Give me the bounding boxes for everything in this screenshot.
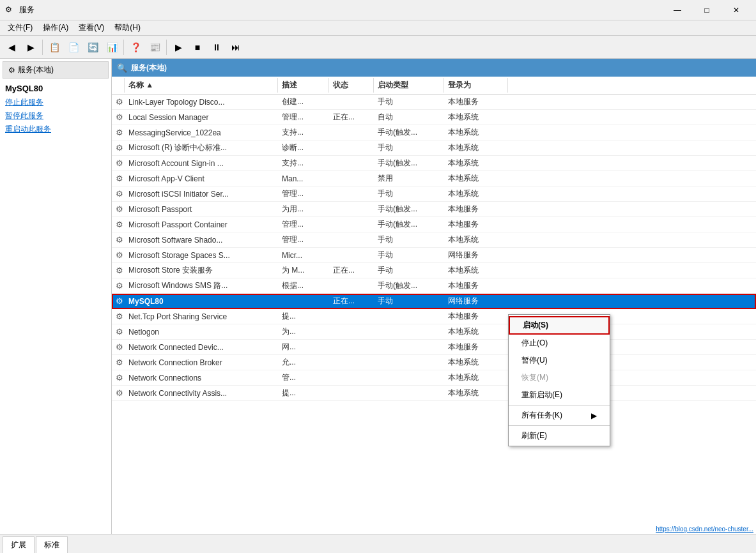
table-row[interactable]: ⚙ Microsoft Windows SMS 路... 根据... 手动(触发…: [112, 278, 756, 294]
pause-button[interactable]: ⏸: [208, 38, 226, 56]
maximize-button[interactable]: □: [692, 0, 721, 20]
table-row[interactable]: ⚙ Microsoft Account Sign-in ... 支持... 手动…: [112, 156, 756, 171]
row-name: Microsoft Windows SMS 路...: [125, 278, 278, 293]
left-panel-header: ⚙ 服务(本地): [3, 61, 109, 79]
row-icon: ⚙: [112, 232, 125, 247]
restart-service-link[interactable]: 重启动此服务: [5, 124, 106, 135]
forward-button[interactable]: ▶: [22, 38, 40, 56]
minimize-button[interactable]: —: [663, 0, 692, 20]
row-name: Network Connections: [125, 370, 278, 385]
context-stop[interactable]: 停止(O): [509, 335, 610, 352]
tab-standard[interactable]: 标准: [36, 536, 68, 553]
col-name[interactable]: 名称 ▲: [125, 78, 278, 93]
table-row[interactable]: ⚙ Microsoft (R) 诊断中心标准... 诊断... 手动 本地系统: [112, 140, 756, 156]
back-button[interactable]: ◀: [3, 38, 20, 56]
row-startup: [374, 386, 444, 400]
row-status: [329, 202, 374, 216]
row-icon: ⚙: [112, 186, 125, 201]
col-startup[interactable]: 启动类型: [374, 78, 444, 93]
stop-button[interactable]: ■: [189, 38, 206, 56]
menu-bar: 文件(F) 操作(A) 查看(V) 帮助(H): [0, 20, 756, 36]
table-row[interactable]: ⚙ Netlogon 为... 本地系统: [112, 324, 756, 340]
service-gear-icon: ⚙: [116, 204, 123, 214]
row-status: [329, 309, 374, 324]
service-gear-icon: ⚙: [116, 266, 123, 275]
details-button[interactable]: 📰: [146, 38, 164, 56]
row-startup: [374, 370, 444, 385]
context-resume[interactable]: 恢复(M): [509, 369, 610, 386]
row-name: Microsoft Passport Container: [125, 217, 278, 232]
table-row[interactable]: ⚙ Microsoft Passport Container 管理... 手动(…: [112, 217, 756, 232]
list-button[interactable]: 📄: [65, 38, 82, 56]
table-row[interactable]: ⚙ Microsoft Store 安装服务 为 M... 正在... 手动 本…: [112, 263, 756, 278]
table-row[interactable]: ⚙ Microsoft App-V Client Man... 禁用 本地系统: [112, 171, 756, 186]
pause-service-link[interactable]: 暂停此服务: [5, 110, 106, 121]
gear-icon-small: ⚙: [8, 66, 15, 75]
view-button[interactable]: 📋: [45, 38, 63, 56]
row-desc: 提...: [278, 309, 329, 324]
menu-view[interactable]: 查看(V): [73, 21, 109, 34]
table-row[interactable]: ⚙ MessagingService_1022ea 支持... 手动(触发...…: [112, 125, 756, 140]
table-row[interactable]: ⚙ Network Connections 管... 本地系统: [112, 370, 756, 386]
col-icon: [112, 78, 125, 93]
stop-service-link[interactable]: 停止此服务: [5, 97, 106, 108]
row-status: [329, 186, 374, 201]
context-pause[interactable]: 暂停(U): [509, 352, 610, 369]
table-row[interactable]: ⚙ Microsoft iSCSI Initiator Ser... 管理...…: [112, 186, 756, 202]
row-status: [329, 156, 374, 170]
table-row[interactable]: ⚙ Net.Tcp Port Sharing Service 提... 本地服务: [112, 309, 756, 324]
row-logon: 本地服务: [444, 278, 508, 293]
row-status: [329, 125, 374, 140]
export-button[interactable]: 📊: [103, 38, 121, 56]
row-desc: 为用...: [278, 202, 329, 216]
service-gear-icon: ⚙: [116, 143, 123, 153]
context-menu: 启动(S) 停止(O) 暂停(U) 恢复(M) 重新启动(E) 所有任务(K) …: [508, 314, 610, 446]
row-logon: 本地服务: [444, 309, 508, 324]
table-row[interactable]: ⚙ Microsoft Storage Spaces S... Micr... …: [112, 248, 756, 263]
col-status[interactable]: 状态: [329, 78, 374, 93]
table-row[interactable]: ⚙ Microsoft Software Shado... 管理... 手动 本…: [112, 232, 756, 248]
col-desc[interactable]: 描述: [278, 78, 329, 93]
tab-expand[interactable]: 扩展: [3, 536, 35, 553]
context-refresh[interactable]: 刷新(E): [509, 427, 610, 444]
right-panel: 🔍 服务(本地) 名称 ▲ 描述 状态 启动类型 登录为 ⚙ Link-Laye…: [112, 59, 756, 534]
menu-file[interactable]: 文件(F): [3, 21, 38, 34]
service-gear-icon: ⚙: [116, 388, 123, 398]
table-row[interactable]: ⚙ Network Connectivity Assis... 提... 本地系…: [112, 386, 756, 401]
row-desc: 管理...: [278, 186, 329, 201]
play-button[interactable]: ▶: [169, 38, 187, 56]
table-row[interactable]: ⚙ Microsoft Passport 为用... 手动(触发... 本地服务: [112, 202, 756, 217]
context-start[interactable]: 启动(S): [509, 316, 610, 335]
row-startup: 手动: [374, 232, 444, 247]
table-row[interactable]: ⚙ Local Session Manager 管理... 正在... 自动 本…: [112, 110, 756, 125]
row-status: [329, 355, 374, 370]
row-name: Network Connected Devic...: [125, 340, 278, 354]
table-row[interactable]: ⚙ Link-Layer Topology Disco... 创建... 手动 …: [112, 95, 756, 110]
refresh-button[interactable]: 🔄: [84, 38, 102, 56]
title-bar: ⚙ 服务 — □ ✕: [0, 0, 756, 20]
menu-help[interactable]: 帮助(H): [109, 21, 146, 34]
row-name: Network Connectivity Assis...: [125, 386, 278, 400]
context-restart[interactable]: 重新启动(E): [509, 386, 610, 404]
row-logon: 本地服务: [444, 217, 508, 232]
menu-action[interactable]: 操作(A): [38, 21, 73, 34]
close-button[interactable]: ✕: [721, 0, 751, 20]
service-gear-icon: ⚙: [116, 250, 123, 260]
restart-button[interactable]: ⏭: [227, 38, 245, 56]
search-icon: 🔍: [117, 63, 127, 73]
row-startup: 手动: [374, 140, 444, 155]
col-logon[interactable]: 登录为: [444, 78, 508, 93]
restart-label: 重新启动(E): [521, 390, 562, 400]
table-row[interactable]: ⚙ Network Connected Devic... 网... 本地服务: [112, 340, 756, 355]
services-table[interactable]: 名称 ▲ 描述 状态 启动类型 登录为 ⚙ Link-Layer Topolog…: [112, 77, 756, 534]
service-gear-icon: ⚙: [116, 189, 123, 199]
mysql80-row[interactable]: ⚙ MySQL80 正在... 手动 网络服务: [112, 294, 756, 309]
row-icon: ⚙: [112, 110, 125, 125]
context-alltasks[interactable]: 所有任务(K) ▶: [509, 407, 610, 424]
help-button[interactable]: ❓: [127, 38, 144, 56]
row-name: MessagingService_1022ea: [125, 125, 278, 140]
row-logon: 本地系统: [444, 110, 508, 125]
row-status: [329, 340, 374, 354]
table-row[interactable]: ⚙ Network Connection Broker 允... 本地系统: [112, 355, 756, 370]
row-logon: 本地服务: [444, 202, 508, 216]
